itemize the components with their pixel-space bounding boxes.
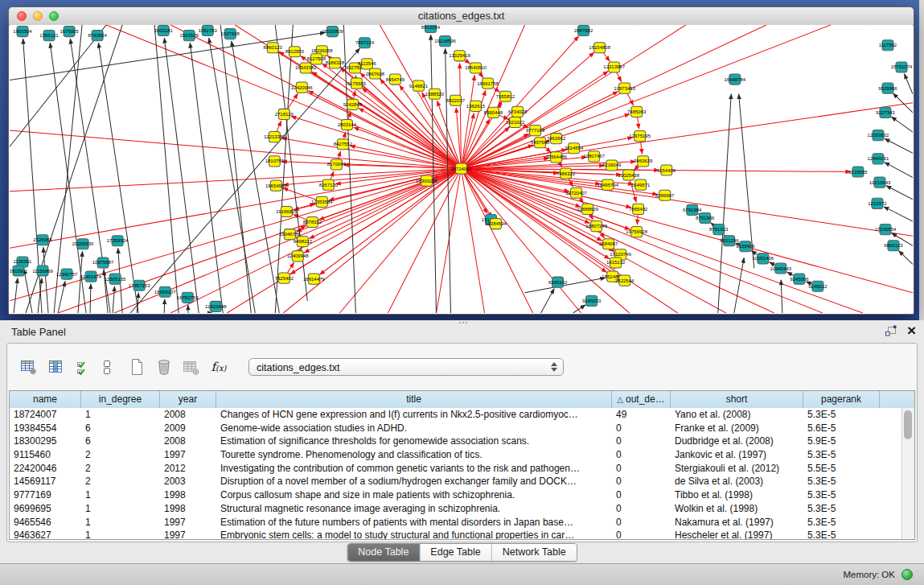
cell-year[interactable]: 2003 <box>160 475 216 488</box>
column-header-in_degree[interactable]: in_degree <box>81 391 160 408</box>
cell-pagerank[interactable]: 5.3E-5 <box>803 475 880 488</box>
table-row[interactable]: 1872400712008Changes of HCN gene express… <box>10 408 902 422</box>
column-header-out_degree[interactable]: △out_de… <box>612 391 671 408</box>
cell-title[interactable]: Changes of HCN gene expression and I(f) … <box>216 408 612 422</box>
close-window-button[interactable] <box>17 11 27 21</box>
column-header-year[interactable]: year <box>160 391 216 408</box>
network-canvas[interactable]: 1903504135612116793058740654200318115635… <box>10 25 913 313</box>
cell-pagerank[interactable]: 5.3E-5 <box>803 502 880 516</box>
cell-in_degree[interactable]: 2 <box>81 475 160 488</box>
table-row[interactable]: 2242004622012Investigating the contribut… <box>10 462 902 476</box>
select-rows-button[interactable] <box>72 356 96 377</box>
cell-pagerank[interactable]: 5.5E-5 <box>803 462 880 476</box>
cell-pagerank[interactable]: 5.6E-5 <box>803 422 880 435</box>
delete-column-button[interactable] <box>152 356 176 377</box>
column-header-name[interactable]: name <box>10 391 81 408</box>
cell-title[interactable]: Estimation of significance thresholds fo… <box>216 435 612 448</box>
scrollbar-thumb[interactable] <box>904 410 912 439</box>
cell-short[interactable]: Hescheler et al. (1997) <box>671 529 803 539</box>
cell-name[interactable]: 18724007 <box>10 408 81 422</box>
memory-indicator-icon[interactable] <box>901 569 913 580</box>
cell-name[interactable]: 9115460 <box>10 448 81 462</box>
table-row[interactable]: 1456911722003Disruption of a novel membe… <box>10 475 902 488</box>
cell-in_degree[interactable]: 2 <box>81 462 160 476</box>
cell-short[interactable]: Wolkin et al. (1998) <box>671 502 803 516</box>
cell-in_degree[interactable]: 1 <box>81 502 160 516</box>
cell-short[interactable]: Nakamura et al. (1997) <box>671 516 803 529</box>
table-row[interactable]: 969969511998Structural magnetic resonanc… <box>10 502 902 516</box>
cell-name[interactable]: 9465546 <box>10 516 81 529</box>
cell-short[interactable]: Franke et al. (2009) <box>671 422 803 435</box>
cell-title[interactable]: Embryonic stem cells: a model to study s… <box>216 529 612 539</box>
cell-name[interactable]: 19384554 <box>10 422 81 435</box>
panel-divider-handle[interactable] <box>458 322 468 326</box>
cell-title[interactable]: Tourette syndrome. Phenomenology and cla… <box>216 448 612 462</box>
network-table-select[interactable]: citations_edges.txt <box>248 358 564 376</box>
cell-short[interactable]: Stergiakouli et al. (2012) <box>671 462 803 476</box>
cell-short[interactable]: Jankovic et al. (1997) <box>671 448 803 462</box>
cell-year[interactable]: 1997 <box>160 448 216 462</box>
swap-entries-button[interactable] <box>99 356 115 377</box>
cell-in_degree[interactable]: 6 <box>81 422 160 435</box>
cell-out_degree[interactable]: 0 <box>612 516 671 529</box>
cell-in_degree[interactable]: 1 <box>81 516 160 529</box>
cell-short[interactable]: Yano et al. (2008) <box>671 408 803 422</box>
cell-name[interactable]: 9777169 <box>10 488 81 502</box>
tab-network-table[interactable]: Network Table <box>492 544 577 561</box>
cell-title[interactable]: Estimation of the future numbers of pati… <box>216 516 612 529</box>
function-builder-button[interactable]: f(x) <box>207 356 231 377</box>
table-row[interactable]: 1938455462009Genome-wide association stu… <box>10 422 902 435</box>
cell-year[interactable]: 2012 <box>160 462 216 476</box>
float-panel-button[interactable] <box>884 325 898 338</box>
table-row[interactable]: 977716911998Corpus callosum shape and si… <box>10 488 902 502</box>
cell-title[interactable]: Disruption of a novel member of a sodium… <box>216 475 612 488</box>
cell-name[interactable]: 22420046 <box>10 462 81 476</box>
window-titlebar[interactable]: citations_edges.txt <box>9 7 914 26</box>
cell-in_degree[interactable]: 1 <box>81 408 160 422</box>
tab-edge-table[interactable]: Edge Table <box>420 544 491 561</box>
cell-year[interactable]: 1997 <box>160 529 216 539</box>
cell-name[interactable]: 9699695 <box>10 502 81 516</box>
create-column-button[interactable] <box>125 356 149 377</box>
cell-pagerank[interactable]: 5.9E-5 <box>803 435 880 448</box>
cell-pagerank[interactable]: 5.3E-5 <box>803 408 880 422</box>
cell-pagerank[interactable]: 5.3E-5 <box>803 516 880 529</box>
cell-out_degree[interactable]: 0 <box>612 448 671 462</box>
cell-pagerank[interactable]: 5.3E-5 <box>803 448 880 462</box>
cell-in_degree[interactable]: 1 <box>81 529 160 539</box>
cell-title[interactable]: Corpus callosum shape and size in male p… <box>216 488 612 502</box>
cell-title[interactable]: Structural magnetic resonance image aver… <box>216 502 612 516</box>
cell-in_degree[interactable]: 6 <box>81 435 160 448</box>
table-row[interactable]: 946554611997Estimation of the future num… <box>10 516 902 529</box>
table-options-button[interactable] <box>17 356 41 377</box>
cell-name[interactable]: 9463627 <box>10 529 81 539</box>
cell-short[interactable]: de Silva et al. (2003) <box>671 475 803 488</box>
cell-name[interactable]: 14569117 <box>10 475 81 488</box>
cell-out_degree[interactable]: 0 <box>612 422 671 435</box>
cell-pagerank[interactable]: 5.3E-5 <box>803 529 880 539</box>
cell-in_degree[interactable]: 1 <box>81 488 160 502</box>
cell-out_degree[interactable]: 49 <box>612 408 671 422</box>
close-panel-button[interactable]: × <box>907 322 916 340</box>
delete-table-button[interactable] <box>179 356 203 377</box>
cell-title[interactable]: Genome-wide association studies in ADHD. <box>216 422 612 435</box>
zoom-window-button[interactable] <box>49 11 59 21</box>
cell-title[interactable]: Investigating the contribution of common… <box>216 462 612 476</box>
cell-out_degree[interactable]: 0 <box>612 502 671 516</box>
cell-year[interactable]: 1998 <box>160 488 216 502</box>
cell-out_degree[interactable]: 0 <box>612 475 671 488</box>
column-header-title[interactable]: title <box>216 391 612 408</box>
table-row[interactable]: 946362711997Embryonic stem cells: a mode… <box>10 529 902 539</box>
cell-name[interactable]: 18300295 <box>10 435 81 448</box>
column-visibility-button[interactable] <box>44 356 68 377</box>
cell-year[interactable]: 1997 <box>160 516 216 529</box>
cell-year[interactable]: 2009 <box>160 422 216 435</box>
cell-out_degree[interactable]: 0 <box>612 488 671 502</box>
cell-short[interactable]: Tibbo et al. (1998) <box>671 488 803 502</box>
network-window[interactable]: citations_edges.txt 19035041356121167930… <box>8 6 914 315</box>
table-row[interactable]: 1830029562008Estimation of significance … <box>10 435 902 448</box>
cell-short[interactable]: Dudbridge et al. (2008) <box>671 435 803 448</box>
cell-in_degree[interactable]: 2 <box>81 448 160 462</box>
table-scrollbar[interactable] <box>901 408 914 539</box>
cell-out_degree[interactable]: 0 <box>612 435 671 448</box>
